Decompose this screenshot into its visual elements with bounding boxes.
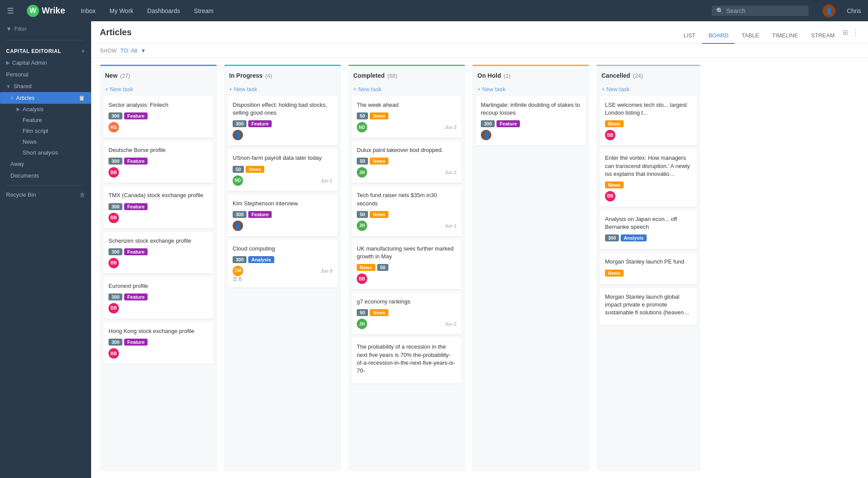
card-footer: BB	[108, 348, 208, 359]
sidebar-item-capital-admin[interactable]: ▶ Capital Admin	[0, 57, 91, 69]
card[interactable]: Enter the vortex: How managers can trans…	[600, 149, 697, 207]
nav-stream[interactable]: Stream	[191, 6, 216, 16]
card-tag: 300	[233, 211, 247, 218]
tab-board[interactable]: BOARD	[702, 28, 734, 44]
card[interactable]: Morgan Stanley launch PE fundNews	[600, 253, 697, 284]
nav-inbox[interactable]: Inbox	[78, 6, 98, 16]
new-task-btn[interactable]: + New task	[348, 82, 465, 96]
card-tag: 50	[357, 158, 368, 165]
card-footer: 👤	[233, 221, 332, 231]
tab-table[interactable]: TABLE	[736, 28, 765, 44]
card[interactable]: g7 economy rankings50NewsJHJun 2	[352, 293, 462, 334]
card-tag: 300	[108, 203, 122, 210]
col-header: New(27)	[100, 68, 217, 82]
card[interactable]: Martingale: infinite doubling of stakes …	[476, 96, 586, 145]
content-header: Articles LIST BOARD TABLE TIMELINE STREA…	[91, 21, 868, 44]
card[interactable]: USnon-farm payroll data later today50New…	[227, 149, 338, 191]
new-task-btn[interactable]: + New task	[472, 82, 589, 96]
card-footer: NDJun 3	[357, 122, 457, 132]
sidebar-item-news[interactable]: News	[0, 136, 91, 147]
cards-scroll: The week ahead50NewsNDJun 3Dulux paint t…	[348, 96, 465, 471]
card-date: Jun 2	[321, 178, 332, 183]
tab-stream[interactable]: STREAM	[805, 28, 841, 44]
card[interactable]: UK manufacturing sees further marked gro…	[352, 240, 462, 289]
sidebar-item-filmscript[interactable]: Film script	[0, 125, 91, 136]
card-tags: 300Analysis	[233, 256, 332, 263]
nav-dashboards[interactable]: Dashboards	[145, 6, 183, 16]
card-tag: News	[370, 158, 388, 165]
grid-view-icon[interactable]: ⊞	[842, 28, 848, 36]
col-count: (24)	[633, 73, 643, 79]
capital-editorial-header[interactable]: CAPITAL EDITORIAL +	[6, 47, 85, 55]
col-header: Completed(68)	[348, 68, 465, 82]
sidebar-item-shared[interactable]: ▼ Shared	[0, 80, 91, 92]
card-footer: BB	[108, 303, 208, 313]
card-title: UK manufacturing sees further marked gro…	[357, 245, 457, 260]
sidebar-item-label: Feature	[23, 117, 42, 123]
sidebar-item-articles[interactable]: Articles 📋	[0, 92, 91, 104]
search-input[interactable]	[726, 7, 804, 14]
card[interactable]: LSE welcomes tech sto... largest London …	[600, 96, 697, 145]
filter-dropdown-icon[interactable]: ▼	[141, 48, 146, 54]
card-tag: 300	[108, 339, 122, 346]
card-tags: 300Feature	[108, 248, 208, 255]
sidebar-item-shortanalysis[interactable]: Short analysis	[0, 147, 91, 158]
card-tag: Analysis	[248, 256, 274, 263]
sidebar-item-feature[interactable]: Feature	[0, 115, 91, 125]
card-tags: 300Feature	[233, 120, 332, 127]
card-avatar: JH	[357, 221, 367, 231]
filter-btn[interactable]: ▼ Filter	[0, 21, 91, 36]
col-bar	[100, 65, 217, 66]
card[interactable]: Sector analysis: Fintech300FeatureHG	[103, 96, 214, 138]
card-tags: 300Feature	[108, 203, 208, 210]
sidebar-item-analysis[interactable]: ▶ Analysis	[0, 104, 91, 115]
card[interactable]: Analysis on Japan econ... off Bernanke s…	[600, 210, 697, 249]
card-tag: 50	[357, 309, 368, 316]
card[interactable]: Deutsche Borse profile300FeatureBB	[103, 141, 214, 183]
card[interactable]: Disposition effect: holding bad stocks, …	[227, 96, 338, 145]
card[interactable]: The week ahead50NewsNDJun 3	[352, 96, 462, 138]
filter-value[interactable]: TO: All	[120, 47, 137, 54]
new-task-btn[interactable]: + New task	[596, 82, 700, 96]
nav-mywork[interactable]: My Work	[107, 6, 136, 16]
card[interactable]: Dulux paint takeover bod dropped.50NewsJ…	[352, 141, 462, 183]
sidebar-item-personal[interactable]: Personal	[0, 69, 91, 80]
card[interactable]: TMX (Canada) stock exchange profile300Fe…	[103, 186, 214, 228]
content-area: Articles LIST BOARD TABLE TIMELINE STREA…	[91, 21, 868, 478]
card-avatar: BB	[108, 167, 119, 178]
new-task-btn[interactable]: + New task	[100, 82, 217, 96]
hamburger-icon[interactable]: ☰	[7, 6, 14, 16]
card-avatar: BB	[108, 258, 119, 268]
card[interactable]: The probability of a recession in the ne…	[352, 338, 462, 383]
card[interactable]: Tech fund raiser nets $35m in30 seconds5…	[352, 186, 462, 236]
card[interactable]: Kim Stephenson interview300Feature👤	[227, 194, 338, 236]
card[interactable]: Schenzen stock exchange profile300Featur…	[103, 232, 214, 274]
card-title: The probability of a recession in the ne…	[357, 343, 457, 375]
card[interactable]: Hong Kong stock exchange profile300Featu…	[103, 322, 214, 364]
card-footer: BB	[605, 130, 692, 140]
card[interactable]: Morgan Stanley launch global impact priv…	[600, 288, 697, 326]
sidebar-item-recycle[interactable]: Recycle Bin 🗑	[0, 189, 91, 201]
more-options-icon[interactable]: ⋮	[852, 28, 859, 37]
card-tag: 300	[233, 120, 247, 127]
sidebar-item-away[interactable]: Away	[0, 158, 91, 170]
search-box: 🔍	[712, 6, 809, 16]
card[interactable]: Euronext profile300FeatureBB	[103, 277, 214, 319]
card-title: Hong Kong stock exchange profile	[108, 327, 208, 335]
sidebar-item-documents[interactable]: Documents	[0, 170, 91, 181]
sidebar-item-label: Analysis	[23, 106, 43, 112]
new-task-btn[interactable]: + New task	[224, 82, 341, 96]
card-title: g7 economy rankings	[357, 298, 457, 306]
tab-list[interactable]: LIST	[677, 28, 701, 44]
sidebar-item-label: Capital Admin	[12, 59, 47, 66]
add-section-btn[interactable]: +	[81, 47, 85, 55]
card-tag: News	[370, 309, 388, 316]
card-tag: Feature	[248, 120, 272, 127]
card-footer: NDJun 2	[233, 175, 332, 186]
card[interactable]: Cloud computing300AnalysisCMJun 9☰6	[227, 240, 338, 287]
card-tag: Feature	[124, 293, 148, 300]
tab-timeline[interactable]: TIMELINE	[766, 28, 804, 44]
card-tags: 50News	[357, 112, 457, 119]
card-avatar: 👤	[481, 130, 491, 140]
card-footer: CMJun 9	[233, 266, 332, 276]
